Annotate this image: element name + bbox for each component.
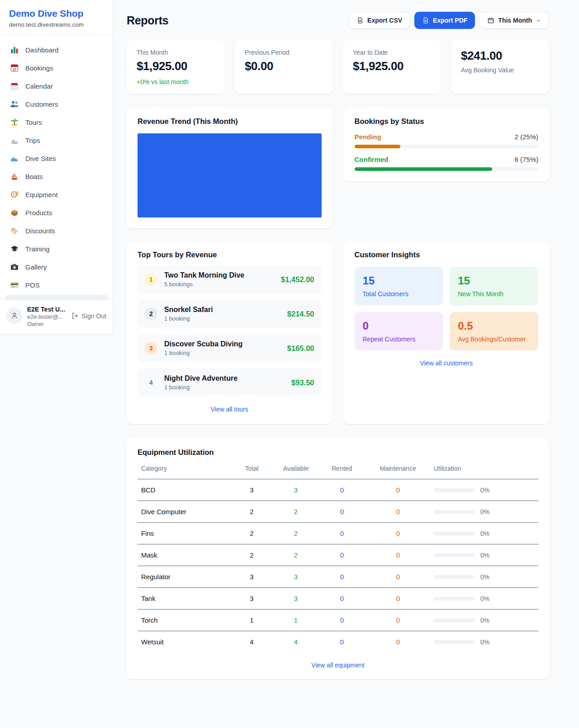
sidebar-item-dive-sites[interactable]: Dive Sites	[5, 149, 107, 167]
people-icon	[10, 99, 19, 109]
wave-icon	[10, 154, 19, 163]
camera-icon	[10, 262, 19, 271]
sidebar-item-label: Equipment	[25, 191, 58, 199]
cell-utilization: 0%	[430, 501, 538, 523]
sidebar-item-dashboard[interactable]: Dashboard	[5, 41, 107, 59]
rank-badge: 3	[145, 342, 157, 355]
cell-utilization: 0%	[430, 610, 538, 631]
sidebar-item-label: Trips	[25, 137, 40, 144]
sidebar-item-gallery[interactable]: Gallery	[5, 258, 107, 276]
column-header-utilization: Utilization	[430, 459, 538, 479]
view-all-equipment-link[interactable]: View all equipment	[311, 662, 364, 669]
main-content: Reports Export CSV Export PDF	[113, 0, 579, 679]
insight-value: 0.5	[458, 320, 530, 332]
export-pdf-button[interactable]: Export PDF	[414, 12, 475, 29]
period-selector[interactable]: This Month	[479, 12, 549, 29]
cell-maintenance: 0	[366, 479, 430, 501]
utilization-bar	[434, 488, 475, 492]
tour-row[interactable]: 4Night Dive Adventure1 booking$93.50	[138, 369, 322, 397]
top-tours-card: Top Tours by Revenue 1Two Tank Morning D…	[127, 241, 332, 424]
sign-out-button[interactable]: Sign Out	[71, 312, 106, 320]
sidebar-item-label: Gallery	[25, 263, 47, 271]
sidebar-item-tours[interactable]: Tours	[5, 113, 107, 131]
insight-value: 15	[458, 274, 530, 287]
cell-available: 4	[274, 631, 318, 653]
sidebar-item-equipment[interactable]: Equipment	[5, 185, 107, 203]
calendar-icon	[487, 17, 494, 24]
cell-maintenance: 0	[366, 631, 430, 653]
tour-row[interactable]: 2Snorkel Safari1 booking$214.50	[138, 300, 322, 328]
user-email: e2e-tester@...	[27, 314, 65, 320]
user-name: E2E Test U...	[27, 306, 65, 313]
sidebar-item-calendar[interactable]: Calendar	[5, 77, 107, 95]
sidebar-item-trips[interactable]: Trips	[5, 131, 107, 149]
tour-name: Two Tank Morning Dive	[164, 271, 244, 279]
table-row: BCD33000%	[138, 479, 538, 501]
bookings-by-status-card: Bookings by Status Pending2 (25%)Confirm…	[344, 108, 550, 182]
export-csv-button[interactable]: Export CSV	[349, 12, 410, 29]
cell-category: Dive Computer	[138, 501, 230, 523]
reports-page: Demo Dive Shop demo.test.divestreams.com…	[0, 0, 579, 728]
sidebar-item-training[interactable]: Training	[5, 240, 107, 258]
view-all-tours-link[interactable]: View all tours	[211, 406, 248, 413]
package-icon	[10, 208, 19, 217]
stat-label: This Month	[137, 49, 215, 56]
sidebar-item-active-partial[interactable]	[5, 295, 108, 300]
sidebar-item-pos[interactable]: POS	[5, 276, 107, 294]
sidebar-nav: Dashboard17BookingsCalendarCustomersTour…	[0, 35, 113, 294]
cell-available: 3	[274, 479, 318, 501]
insight-box-total-customers: 15Total Customers	[355, 267, 443, 305]
sidebar-item-label: POS	[25, 281, 40, 289]
sidebar-item-customers[interactable]: Customers	[5, 95, 107, 113]
sidebar-item-label: Calendar	[25, 82, 53, 90]
utilization-bar	[434, 510, 475, 514]
tour-bookings: 5 bookings	[164, 281, 244, 288]
cell-category: Mask	[138, 544, 230, 566]
insight-label: Avg Bookings/Customer	[458, 336, 530, 343]
cell-category: Torch	[138, 610, 230, 631]
sidebar-item-label: Tours	[25, 118, 42, 126]
credit-card-icon	[10, 280, 19, 289]
sailboat-icon	[10, 172, 19, 181]
calendar-17-icon: 17	[10, 63, 19, 72]
insight-box-repeat-customers: 0Repeat Customers	[355, 312, 443, 350]
sidebar-item-products[interactable]: Products	[5, 203, 107, 222]
equipment-table-header-row: CategoryTotalAvailableRentedMaintenanceU…	[138, 459, 538, 479]
revenue-trend-title: Revenue Trend (This Month)	[138, 117, 322, 126]
cell-rented: 0	[318, 631, 366, 653]
sidebar-item-boats[interactable]: Boats	[5, 167, 107, 185]
tour-row[interactable]: 3Discover Scuba Diving1 booking$165.00	[138, 334, 322, 362]
sidebar-item-label: Customers	[25, 100, 58, 108]
grad-cap-icon	[10, 244, 19, 253]
utilization-bar	[434, 575, 475, 579]
cell-total: 2	[230, 523, 274, 544]
tour-revenue: $214.50	[287, 310, 314, 318]
stat-card-this-month: This Month $1,925.00 +0% vs last month	[127, 40, 225, 94]
cell-category: Regulator	[138, 566, 230, 588]
cell-maintenance: 0	[366, 523, 430, 544]
tour-name: Night Dive Adventure	[164, 374, 237, 383]
cell-total: 3	[230, 479, 274, 501]
view-all-customers-link[interactable]: View all customers	[420, 359, 473, 367]
cell-total: 3	[230, 566, 274, 588]
sidebar-item-bookings[interactable]: 17Bookings	[5, 59, 107, 77]
tour-bookings: 1 booking	[164, 315, 213, 322]
cell-total: 3	[230, 588, 274, 610]
cell-available: 2	[274, 501, 318, 523]
status-count: 2 (25%)	[514, 133, 538, 141]
sidebar-item-discounts[interactable]: Discounts	[5, 222, 107, 240]
cell-rented: 0	[318, 566, 366, 588]
stat-delta: +0% vs last month	[137, 78, 215, 85]
insight-label: Total Customers	[363, 290, 435, 298]
sidebar-user-section: E2E Test U... e2e-tester@... Owner Sign …	[0, 300, 113, 334]
sidebar-item-label: Discounts	[25, 227, 55, 235]
status-row-pending: Pending2 (25%)	[355, 133, 539, 148]
cell-rented: 0	[318, 479, 366, 501]
tour-row[interactable]: 1Two Tank Morning Dive5 bookings$1,452.0…	[138, 265, 322, 293]
cell-utilization: 0%	[430, 566, 538, 588]
utilization-bar	[434, 619, 475, 622]
user-role: Owner	[27, 321, 65, 327]
cell-rented: 0	[318, 610, 366, 631]
utilization-percent: 0%	[480, 573, 489, 581]
tour-bookings: 1 booking	[164, 350, 242, 356]
